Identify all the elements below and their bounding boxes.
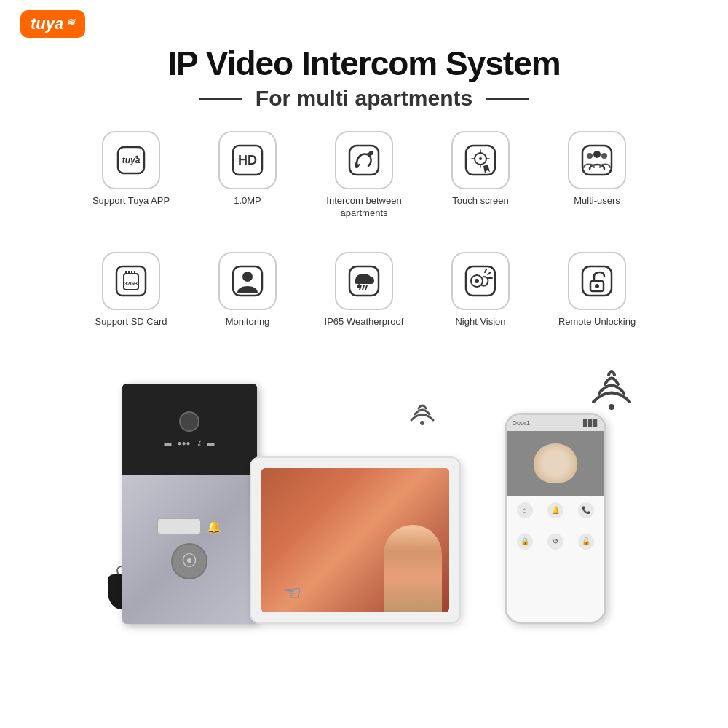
features-row1: tuya Support Tuya APP HD 1.0MP <box>0 131 728 232</box>
monitoring-icon <box>230 264 265 298</box>
monitor-person-figure <box>384 525 442 612</box>
feature-remote-unlocking-label: Remote Unlocking <box>558 316 636 328</box>
svg-point-6 <box>355 164 359 168</box>
panel-bottom: 🔔 ⦿ <box>122 475 257 624</box>
svg-line-30 <box>485 269 486 272</box>
night-vision-icon <box>463 264 498 298</box>
monitor-image: ☜ <box>261 468 449 612</box>
tuya-logo: tuya ≋ <box>20 10 85 38</box>
sd-card-icon: 32GB <box>114 264 149 298</box>
panel-top: ▬ ●●● ⚷ ▬ <box>122 384 257 475</box>
phone-lock-row: 🔒 ↺ 🔓 <box>507 531 604 553</box>
feature-tuya-app: tuya Support Tuya APP <box>73 131 189 220</box>
panel-icon-4: ▬ <box>207 439 215 447</box>
svg-point-37 <box>609 404 614 410</box>
feature-monitoring-icon-box <box>218 252 277 310</box>
svg-text:32GB: 32GB <box>124 281 138 286</box>
remote-unlocking-icon <box>579 264 614 298</box>
feature-hd-label: 1.0MP <box>234 195 261 207</box>
svg-text:HD: HD <box>238 153 257 167</box>
feature-sd-card-label: Support SD Card <box>95 316 167 328</box>
feature-monitoring: Monitoring <box>189 252 306 328</box>
indoor-monitor: ☜ <box>250 456 461 624</box>
svg-rect-10 <box>582 146 612 175</box>
sub-title: For multi apartments <box>0 86 728 111</box>
hd-icon: HD <box>230 143 265 178</box>
svg-point-29 <box>475 279 479 283</box>
feature-monitoring-label: Monitoring <box>226 316 270 328</box>
phone-lock-btn2[interactable]: ↺ <box>547 534 563 550</box>
phone-baby-face <box>534 443 577 483</box>
feature-weatherproof-icon-box <box>335 252 393 310</box>
feature-intercom-icon-box <box>335 131 393 189</box>
svg-line-31 <box>488 272 491 274</box>
phone-door-label: Door1 <box>513 419 531 427</box>
svg-rect-4 <box>349 146 379 175</box>
svg-line-26 <box>365 285 367 290</box>
phone-controls: ⌂ 🔔 📞 <box>507 496 604 524</box>
svg-point-9 <box>479 157 482 160</box>
feature-remote-unlocking: Remote Unlocking <box>539 252 655 328</box>
page: tuya ≋ IP Video Intercom System For mult… <box>0 0 728 728</box>
feature-touch-screen-icon-box <box>451 131 510 189</box>
feature-night-vision: Night Vision <box>422 252 539 328</box>
panel-icon-3: ⚷ <box>197 439 202 447</box>
feature-night-vision-icon-box <box>451 252 510 310</box>
product-section: ▬ ●●● ⚷ ▬ 🔔 ⦿ <box>0 347 728 624</box>
wifi-signal-large-svg <box>590 362 633 413</box>
feature-remote-unlocking-icon-box <box>568 252 626 310</box>
feature-tuya-app-icon-box: tuya <box>102 131 160 189</box>
feature-touch-screen: Touch screen <box>422 131 539 220</box>
feature-touch-screen-label: Touch screen <box>452 195 508 207</box>
phone-video-area <box>507 431 604 496</box>
features-row2: 32GB Support SD Card Monitoring <box>0 252 728 340</box>
svg-point-12 <box>587 153 593 159</box>
monitor-touch-icon: ☜ <box>283 581 301 605</box>
feature-tuya-app-label: Support Tuya APP <box>92 195 170 207</box>
wifi-signal-small-svg <box>408 391 437 427</box>
fingerprint-icon: ⦿ <box>181 552 197 571</box>
feature-weatherproof-label: IP65 Weatherproof <box>325 316 404 328</box>
wifi-signals-large <box>590 362 633 416</box>
door-panel: ▬ ●●● ⚷ ▬ 🔔 ⦿ <box>122 384 257 624</box>
feature-multi-users: Multi-users <box>539 131 655 220</box>
door-button-row: 🔔 <box>157 518 221 534</box>
panel-icons-row: ▬ ●●● ⚷ ▬ <box>164 439 214 447</box>
fingerprint-sensor[interactable]: ⦿ <box>171 543 207 579</box>
phone-signal: ▊▊▊ <box>583 419 598 427</box>
title-section: IP Video Intercom System For multi apart… <box>0 0 728 111</box>
multi-users-icon <box>579 143 614 178</box>
phone-device: Door1 ▊▊▊ ⌂ 🔔 📞 🔒 ↺ 🔓 <box>505 413 606 624</box>
touch-screen-icon <box>463 143 498 178</box>
door-bell-icon: 🔔 <box>207 520 221 534</box>
camera-lens <box>179 411 199 432</box>
phone-ctrl-bell[interactable]: 🔔 <box>547 502 563 518</box>
wifi-signals-small <box>408 391 437 427</box>
feature-multi-users-label: Multi-users <box>574 195 620 207</box>
feature-multi-users-icon-box <box>568 131 626 189</box>
phone-lock-btn3[interactable]: 🔓 <box>578 534 594 550</box>
feature-sd-card: 32GB Support SD Card <box>73 252 189 328</box>
door-call-button[interactable] <box>157 518 201 534</box>
phone-lock-btn1[interactable]: 🔒 <box>517 534 533 550</box>
main-title: IP Video Intercom System <box>0 44 728 83</box>
feature-sd-card-icon-box: 32GB <box>102 252 160 310</box>
tuya-brand-text: tuya <box>31 15 63 33</box>
logo-wifi-icon: ≋ <box>66 16 75 28</box>
monitor-screen: ☜ <box>261 468 449 612</box>
feature-weatherproof: IP65 Weatherproof <box>306 252 422 328</box>
tuya-app-icon: tuya <box>114 143 149 178</box>
svg-point-22 <box>242 272 253 282</box>
svg-line-25 <box>363 285 364 290</box>
feature-intercom-label: Intercom between apartments <box>306 195 422 220</box>
phone-header: Door1 ▊▊▊ <box>507 415 604 431</box>
svg-point-36 <box>420 421 424 425</box>
svg-point-5 <box>369 151 373 155</box>
phone-ctrl-home[interactable]: ⌂ <box>517 502 533 518</box>
weatherproof-icon <box>347 264 381 298</box>
panel-icon-1: ▬ <box>164 439 171 447</box>
panel-icon-2: ●●● <box>177 439 190 447</box>
feature-night-vision-label: Night Vision <box>455 316 505 328</box>
phone-ctrl-call[interactable]: 📞 <box>578 502 594 518</box>
feature-hd: HD 1.0MP <box>189 131 306 220</box>
